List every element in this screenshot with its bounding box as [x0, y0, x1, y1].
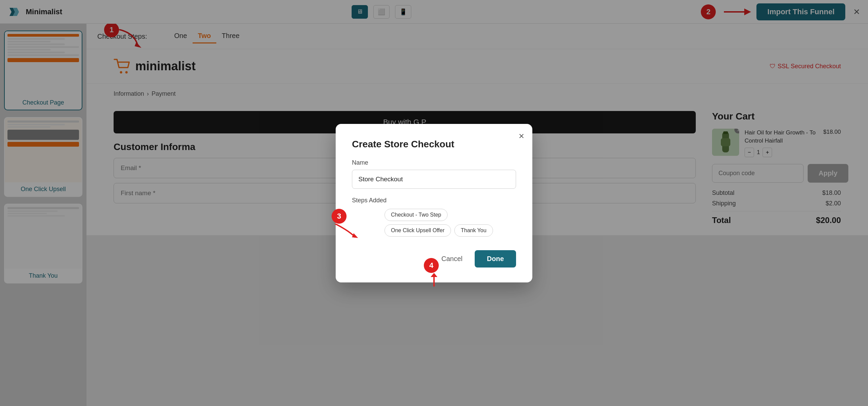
chip-checkout-two-step: Checkout - Two Step: [384, 209, 448, 221]
chip-thank-you: Thank You: [454, 224, 493, 237]
steps-chips: Checkout - Two Step One Click Upsell Off…: [384, 209, 516, 237]
modal-close-btn[interactable]: ×: [519, 131, 524, 142]
annotation-badge-4: 4: [424, 258, 439, 273]
modal-done-btn[interactable]: Done: [475, 250, 516, 267]
arrow-3: [332, 224, 359, 241]
annotation-badge-3: 3: [332, 209, 347, 224]
modal-actions: 4 Cancel Done: [352, 250, 516, 267]
modal-name-label: Name: [352, 159, 516, 166]
chip-upsell-offer: One Click Upsell Offer: [384, 224, 451, 237]
modal-name-input[interactable]: [352, 170, 516, 189]
steps-added-label: Steps Added: [352, 197, 516, 204]
svg-marker-11: [352, 233, 358, 238]
svg-marker-12: [431, 273, 437, 277]
arrow-4: [424, 273, 444, 290]
modal-title: Create Store Checkout: [352, 139, 516, 150]
modal-overlay: Create Store Checkout × Name Steps Added…: [0, 0, 868, 406]
create-checkout-modal: Create Store Checkout × Name Steps Added…: [336, 124, 532, 282]
